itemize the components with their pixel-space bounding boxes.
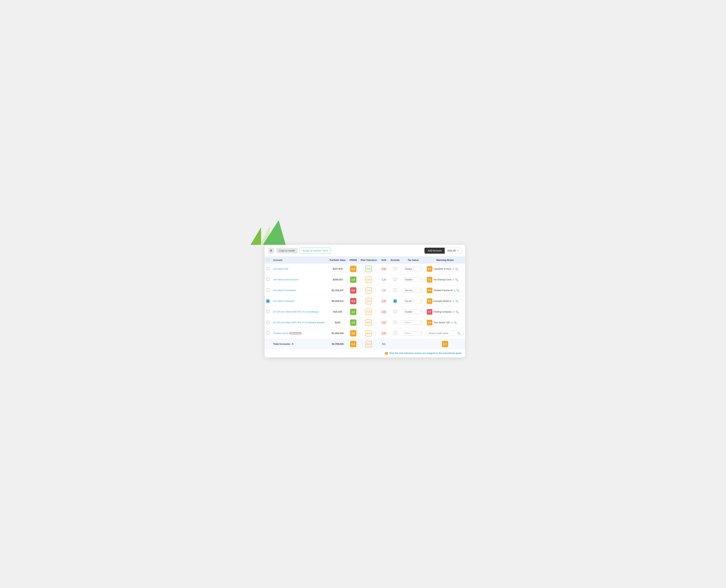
account-link[interactable]: Ann Ward Individual: [273, 300, 294, 302]
tax-status-select[interactable]: Select... ▾: [403, 331, 423, 335]
exclude-checkbox[interactable]: [394, 278, 396, 281]
drift-value: 2.9: [381, 331, 387, 335]
model-search-icon[interactable]: 🔍: [455, 311, 458, 313]
tax-status-select[interactable]: Taxable × ▾: [403, 310, 423, 314]
drift-cell: 1.3: [379, 285, 389, 296]
account-name-cell: Primary HomeHeld-Away: [271, 328, 328, 339]
account-link[interactable]: Ann Ward 529: [273, 268, 288, 270]
drift-cell: 1.9: [379, 274, 389, 285]
tax-status-select[interactable]: Tax-exe... × ▾: [403, 288, 423, 293]
exclude-checkbox-checked[interactable]: ✓: [394, 299, 397, 303]
model-search-icon[interactable]: 🔍: [455, 278, 458, 281]
tax-status-clear[interactable]: ×: [413, 311, 414, 313]
col-select: [265, 257, 271, 264]
portfolio-value-cell: $100: [328, 317, 348, 328]
col-tax-status: Tax status: [401, 257, 425, 264]
model-clear-icon[interactable]: ⊗: [451, 321, 453, 324]
tax-status-label: Taxable: [405, 268, 412, 270]
row-checkbox[interactable]: [267, 278, 269, 281]
tax-status-select[interactable]: Select... ▾: [403, 320, 423, 325]
exclude-checkbox[interactable]: [394, 321, 396, 324]
account-link[interactable]: Ann Ward Joint Account: [273, 278, 298, 281]
row-checkbox-cell: [265, 274, 271, 285]
add-account-button[interactable]: Add Account: [424, 248, 445, 254]
model-clear-icon[interactable]: ⊗: [452, 268, 454, 270]
row-checkbox-checked[interactable]: ✓: [266, 299, 270, 303]
exclude-checkbox[interactable]: [394, 289, 396, 291]
account-link[interactable]: [XT1P] Ann Ward SEP IRA JT10 (Holdings): [273, 311, 318, 313]
risk-tolerance-badge: 6.8: [366, 319, 372, 326]
search-model-input[interactable]: [429, 332, 456, 335]
toolbar: 🗑 Copy to model Assign to another client…: [265, 245, 465, 257]
row-checkbox-cell: ✓: [265, 296, 271, 307]
matching-model-cell: 6.9 Taxable Passive M ⊗ 🔍: [425, 285, 465, 296]
model-cell: 5.1 Tax Exempt Cons ⊗ 🔍: [427, 277, 463, 282]
model-clear-icon[interactable]: ⊗: [452, 278, 454, 281]
totals-prism-badge: 6.4: [350, 341, 356, 347]
account-link[interactable]: Ann Ward Foundation: [273, 289, 296, 292]
tax-status-select[interactable]: Tax-def... × ▾: [403, 299, 423, 303]
row-checkbox[interactable]: [267, 267, 269, 270]
tax-status-clear[interactable]: ×: [413, 268, 414, 270]
search-icon[interactable]: 🔍: [457, 332, 460, 335]
chevron-down-icon[interactable]: ▾: [421, 311, 422, 313]
model-search-icon[interactable]: 🔍: [456, 289, 459, 292]
chevron-down-icon[interactable]: ▾: [421, 268, 422, 270]
matching-model-cell: 6.4 LiquidAlts & Incor ⊗ 🔍: [425, 264, 465, 274]
search-model-wrapper[interactable]: 🔍: [427, 331, 463, 336]
trash-button[interactable]: 🗑: [268, 248, 274, 254]
exclude-checkbox[interactable]: [394, 267, 396, 270]
risk-tolerance-info-link[interactable]: How the risk tolerance scores are mapped…: [390, 352, 462, 354]
view-all-button[interactable]: View All ✓: [445, 248, 462, 254]
row-checkbox-cell: [265, 264, 271, 274]
totals-tax-cell: [401, 339, 425, 349]
model-clear-icon[interactable]: ⊗: [453, 300, 455, 302]
tax-status-select[interactable]: Taxable × ▾: [403, 277, 423, 282]
model-search-icon[interactable]: 🔍: [455, 300, 458, 302]
assign-to-client-button[interactable]: Assign to another client: [299, 248, 331, 254]
chevron-down-icon[interactable]: ▾: [421, 300, 422, 302]
table-row: ✓Ann Ward Individual$9,929,0129.36.42.9✓…: [265, 296, 465, 307]
chevron-down-icon[interactable]: ▾: [421, 278, 422, 281]
model-search-icon[interactable]: 🔍: [454, 321, 457, 324]
row-checkbox[interactable]: [267, 332, 269, 334]
totals-rt-badge: 6.3: [366, 341, 372, 347]
risk-tolerance-badge: 2.5: [366, 266, 372, 272]
prism-score-cell: 9.3: [348, 296, 359, 307]
chevron-down-icon[interactable]: ▾: [421, 321, 422, 324]
col-matching-model: Matching Model: [425, 257, 465, 264]
select-all-checkbox[interactable]: [267, 259, 269, 261]
totals-rt-cell: 6.3: [359, 339, 379, 349]
row-checkbox[interactable]: [267, 310, 269, 313]
row-checkbox[interactable]: [267, 321, 269, 324]
account-name-cell: [XT1P] Ann Ward SEP IRA JT10 (Holdings): [271, 307, 328, 317]
totals-model-cell: 6.7: [425, 339, 465, 349]
model-score-badge: 6.0: [427, 298, 432, 304]
exclude-checkbox[interactable]: [394, 310, 396, 313]
copy-to-model-button[interactable]: Copy to model: [276, 248, 298, 253]
portfolio-value-cell: $9,929,012: [328, 296, 348, 307]
matching-model-cell: 🔍: [425, 328, 465, 339]
model-search-icon[interactable]: 🔍: [455, 268, 458, 270]
row-checkbox[interactable]: [267, 289, 269, 291]
chevron-down-icon[interactable]: ▾: [421, 332, 422, 334]
prism-score-cell: 1.3: [348, 307, 359, 317]
exclude-cell: [389, 317, 401, 328]
account-link[interactable]: [XT1P] Ann Ward SEP IRA JT10 (Models Bas…: [273, 321, 325, 324]
tax-status-clear[interactable]: ×: [413, 278, 414, 281]
tax-status-clear[interactable]: ×: [415, 289, 416, 292]
exclude-cell: [389, 328, 401, 339]
model-score-badge: 8.7: [427, 309, 432, 315]
row-checkbox-cell: [265, 317, 271, 328]
tax-status-cell: Select... ▾: [401, 328, 425, 339]
portfolio-value-cell: $258,024: [328, 274, 348, 285]
chevron-down-icon[interactable]: ▾: [421, 289, 422, 291]
account-link[interactable]: Primary Home: [273, 332, 288, 335]
exclude-checkbox[interactable]: [394, 332, 396, 334]
model-clear-icon[interactable]: ⊗: [454, 289, 456, 292]
model-clear-icon[interactable]: ⊗: [453, 311, 455, 313]
tax-status-select[interactable]: Taxable × ▾: [403, 267, 423, 271]
row-checkbox-cell: [265, 328, 271, 339]
risk-tolerance-cell: 5.9: [359, 307, 379, 317]
tax-status-clear[interactable]: ×: [414, 300, 416, 302]
